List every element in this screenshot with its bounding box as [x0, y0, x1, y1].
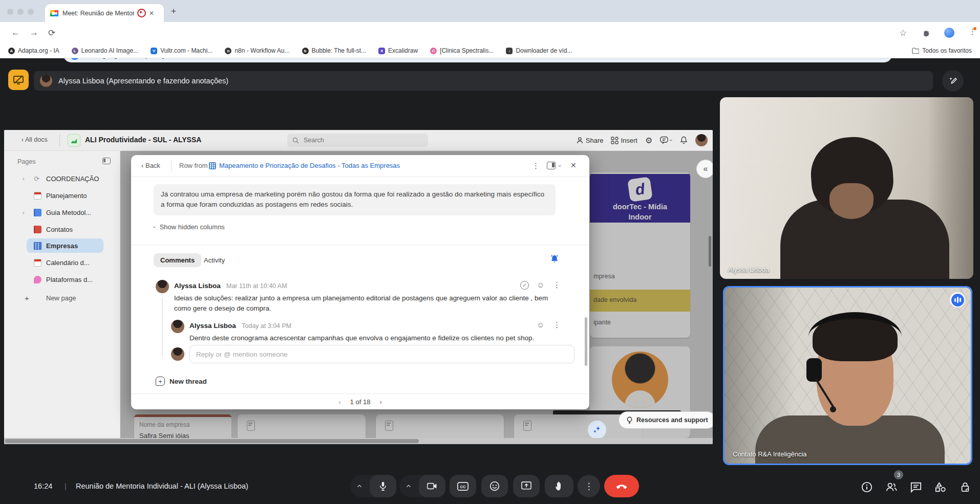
extensions-puzzle-icon[interactable] [922, 29, 930, 37]
sidebar-item-calendario[interactable]: Calendário d... [4, 255, 120, 270]
doc-search[interactable] [287, 134, 428, 147]
comments-button[interactable]: › [660, 136, 672, 144]
bookmark-label: n8n - Workflow Au... [235, 47, 289, 54]
browser-tab-strip: Meet: Reunião de Mentori ✕ + [0, 0, 980, 22]
calendar-icon [34, 259, 41, 267]
scrollbar-thumb[interactable] [5, 439, 419, 443]
new-thread-button[interactable]: + New thread [156, 377, 207, 386]
modal-footer: ‹ 1 of 18 › [131, 393, 589, 409]
silhouette-chin [829, 183, 874, 219]
camera-button[interactable] [419, 475, 445, 497]
tab-activity[interactable]: Activity [204, 256, 225, 264]
stop-presenting-button[interactable] [8, 70, 29, 90]
doc-vertical-scrollbar[interactable] [709, 236, 711, 267]
sidebar-item-coordenacao[interactable]: ›⟳COORDENAÇÃO [4, 171, 120, 186]
bookmark-item[interactable]: ↓Downloader de víd... [506, 47, 572, 54]
bookmark-item[interactable]: nn8n - Workflow Au... [225, 47, 289, 54]
reply-menu-icon[interactable]: ⋮ [553, 320, 561, 330]
doc-user-avatar[interactable] [695, 134, 708, 146]
reply-input[interactable] [189, 345, 574, 363]
resolve-check-icon[interactable]: ✓ [520, 281, 529, 290]
bookmark-item[interactable]: XExcalidraw [378, 47, 418, 54]
reactions-button[interactable] [481, 475, 508, 497]
annotation-pen-button[interactable] [942, 70, 964, 92]
close-tab-icon[interactable]: ✕ [149, 10, 154, 17]
resources-support-button[interactable]: Resources and support [619, 411, 713, 429]
back-icon[interactable]: ← [11, 28, 20, 38]
captions-button[interactable]: CC [450, 475, 476, 497]
all-favorites-button[interactable]: Todos os favoritos [912, 47, 972, 54]
mic-options-chevron-icon[interactable] [356, 483, 363, 490]
participant-video-alyssa[interactable]: Alyssa Lisboa [720, 97, 973, 279]
bookmark-item[interactable]: C[Clinica Spectralis... [430, 47, 494, 54]
profile-avatar[interactable] [944, 28, 954, 38]
add-reaction-icon[interactable]: ☺ [537, 320, 544, 329]
chat-icon [910, 481, 922, 493]
raise-hand-button[interactable] [545, 475, 573, 497]
bookmark-item[interactable]: AAdapta.org - IA [8, 47, 59, 54]
bookmark-item[interactable]: LLeonardo AI Image... [72, 47, 138, 54]
new-page-button[interactable]: +New page [4, 291, 120, 305]
reload-icon[interactable]: ⟳ [48, 28, 55, 38]
expand-chevron-icon[interactable]: › [23, 209, 25, 215]
modal-menu-icon[interactable]: ⋮ [532, 161, 540, 170]
chat-button[interactable] [909, 480, 923, 494]
sidebar-item-contatos[interactable]: Contatos [4, 222, 120, 236]
sidebar-panel-icon[interactable] [102, 158, 111, 164]
row-text-block[interactable]: Já contratou uma empresa de marketing po… [154, 184, 556, 215]
more-options-button[interactable]: ⋮ [578, 475, 600, 497]
source-table-link[interactable]: Mapeamento e Priorização de Desafios - T… [219, 162, 400, 169]
speaking-icon [951, 294, 964, 306]
chat-blob-icon [34, 276, 41, 283]
mic-button[interactable] [370, 475, 396, 497]
browser-tab[interactable]: Meet: Reunião de Mentori ✕ [45, 4, 164, 22]
activities-button[interactable] [934, 480, 947, 494]
all-docs-button[interactable]: ‹ All docs [22, 136, 48, 143]
search-input[interactable] [303, 136, 407, 144]
zoom-window-button[interactable] [28, 9, 34, 15]
chevron-down-icon[interactable]: › [557, 165, 563, 167]
audio-indicator [950, 292, 965, 308]
camera-options-chevron-icon[interactable] [405, 483, 412, 490]
expand-chevron-icon[interactable]: › [23, 176, 25, 182]
forward-icon[interactable]: → [30, 28, 38, 38]
participants-button[interactable] [885, 480, 898, 494]
show-hidden-columns-button[interactable]: ›Show hidden columns [154, 223, 225, 231]
close-window-button[interactable] [7, 9, 13, 15]
present-button[interactable] [513, 475, 540, 497]
participant-video-contato[interactable]: Contato R&A Inteligência [723, 286, 972, 465]
sidebar-item-planejamento[interactable]: Planejamento [4, 188, 120, 203]
meeting-details-button[interactable] [860, 480, 874, 494]
bookmark-star-icon[interactable]: ☆ [899, 28, 907, 38]
comment-menu-icon[interactable]: ⋮ [553, 280, 561, 290]
host-controls-button[interactable] [958, 480, 972, 494]
sidebar-item-plataformas[interactable]: Plataformas d... [4, 272, 120, 287]
smiley-icon [489, 481, 500, 491]
add-reaction-icon[interactable]: ☺ [537, 280, 544, 289]
notify-bell-icon[interactable] [550, 254, 559, 264]
modal-scrollbar[interactable] [585, 317, 587, 366]
minimize-window-button[interactable] [17, 9, 24, 15]
ai-assistant-button[interactable] [588, 421, 606, 438]
doc-horizontal-scrollbar[interactable] [4, 438, 713, 444]
bookmark-item[interactable]: VVultr.com - Machi... [151, 47, 212, 54]
sidebar-item-guia[interactable]: ›Guia Metodol... [4, 205, 120, 220]
prev-row-icon[interactable]: ‹ [338, 398, 340, 406]
insert-button[interactable]: Insert [611, 137, 637, 144]
window-controls[interactable] [7, 8, 38, 17]
modal-close-icon[interactable]: ✕ [570, 161, 577, 169]
tab-comments[interactable]: Comments [154, 253, 201, 267]
end-call-button[interactable] [604, 475, 639, 497]
bookmark-item[interactable]: bBubble: The full-st... [302, 47, 367, 54]
modal-back-button[interactable]: ‹ Back [141, 162, 160, 169]
next-row-icon[interactable]: › [379, 398, 381, 406]
layout-icon[interactable] [547, 162, 556, 169]
new-tab-button[interactable]: + [171, 6, 176, 16]
collapse-panel-button[interactable]: « [696, 160, 713, 178]
share-button[interactable]: Share [576, 137, 604, 144]
collapse-left-icon: « [704, 164, 708, 173]
bell-icon[interactable] [680, 136, 688, 144]
gear-icon[interactable]: ⚙ [645, 136, 652, 145]
sidebar-item-empresas[interactable]: Empresas [4, 238, 120, 253]
check-glyph: ✓ [522, 282, 526, 288]
